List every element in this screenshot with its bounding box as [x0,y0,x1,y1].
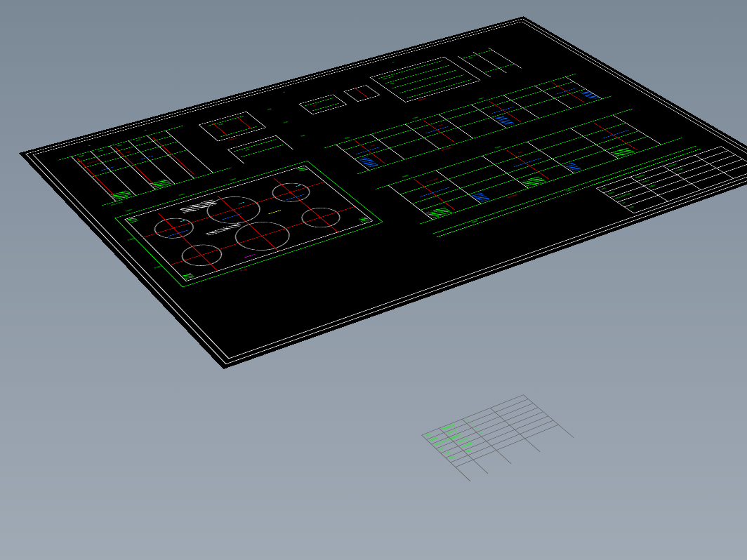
annotation: B [145,129,147,131]
annotation: D [392,62,395,63]
annotation: FFL [518,152,524,154]
line [90,151,135,195]
annotation: PLAN [240,269,249,272]
line [143,182,324,238]
annotation: A [88,145,91,146]
line [82,142,178,168]
titleblock-field: SHEET [649,185,657,188]
line [240,145,283,157]
line [356,147,380,154]
titleblock-field: CHK [629,206,635,209]
line [355,88,369,98]
annotation: 100 [244,149,250,151]
annotation: 3000 [402,175,409,178]
line [236,116,253,129]
annotation: 600 [117,145,122,147]
annotation: 2400 [154,265,162,269]
line [444,57,481,81]
line [405,81,481,102]
hatch [495,116,515,126]
line [343,81,574,150]
line [423,120,455,142]
annotation: C [283,91,286,93]
line [399,123,626,194]
line [199,125,218,141]
line [109,146,155,190]
annotation: 900 [135,139,141,141]
annotation: 1500 [343,137,350,140]
line [488,48,522,69]
titleblock-field: BY [622,202,627,204]
line [366,85,381,95]
titleblock-field: DATE [608,192,615,194]
line [128,140,175,184]
titleblock-field: CLIENT [675,168,685,172]
line [71,156,117,201]
annotation: 2400 [127,238,135,241]
annotation: 600 [79,155,84,157]
line [483,64,514,73]
annotation: 100 [300,135,305,137]
line [165,131,213,173]
annotation: 250 [283,121,289,124]
line [267,210,281,214]
line [555,88,576,94]
line [244,254,255,258]
annotation: DETAIL [418,98,427,101]
line [275,135,293,149]
annotation: REF [390,83,395,85]
line [305,98,333,106]
annotation: 450 [218,124,224,126]
line [425,126,449,133]
cad-viewport[interactable]: 600 900 600 900 EL+0.000 FFL SECTION 450… [0,0,747,560]
annotation: TYP [370,145,376,147]
titleblock-field: DESCRIPTION [615,193,632,199]
line [491,107,513,114]
drawing-content: 600 900 600 900 EL+0.000 FFL SECTION 450… [37,22,747,356]
line [218,128,266,142]
annotation: 200 [468,58,473,60]
line [343,91,357,102]
hatch [359,156,379,168]
line [246,112,266,128]
line [147,135,194,178]
annotation: 3000 [494,146,501,149]
line [534,86,571,108]
annotation: 1200 [229,178,237,181]
annotation: 150 [267,108,272,110]
line [406,79,471,98]
cad-drawing-sheet[interactable]: 600 900 600 900 EL+0.000 FFL SECTION 450… [20,17,747,368]
annotation: 200 [312,105,318,107]
line [354,89,586,159]
line [461,50,492,58]
titleblock-overflow: REV DATE DESCRIPTION BY CHK APP DRAWING … [421,395,574,481]
annotation: 1800 [178,193,185,196]
annotation: TYP [438,124,444,126]
annotation: 1500 [412,116,419,119]
annotation: 1500 [478,98,485,100]
line [357,95,380,102]
line [503,95,539,118]
annotation: 900 [98,149,103,152]
titleblock-field: REV [601,187,607,190]
annotation: 1200 [125,209,133,213]
annotation: FFL [126,151,131,153]
line [370,77,406,102]
titleblock-field: SCALE [642,180,650,183]
